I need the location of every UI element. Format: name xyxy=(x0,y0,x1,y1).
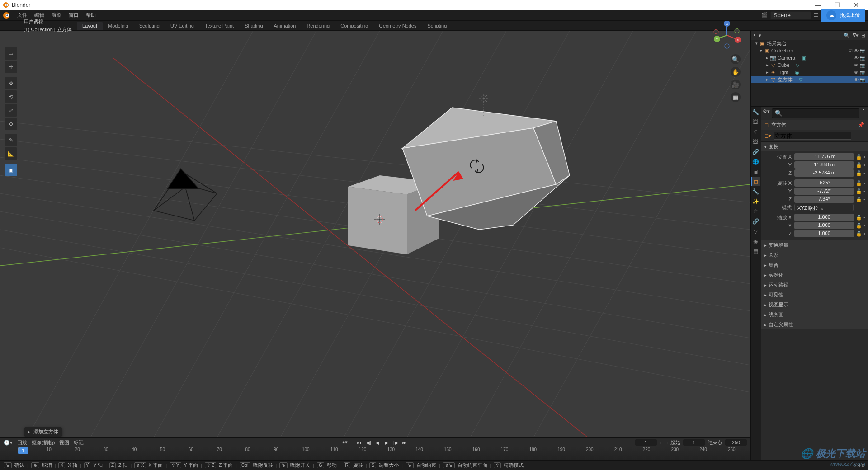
select-box-tool[interactable]: ▭ xyxy=(5,47,17,60)
section-instancing[interactable]: ▸实例化 xyxy=(761,270,868,280)
lock-icon[interactable]: 🔓 xyxy=(856,180,862,186)
scale-x-input[interactable]: 1.000 xyxy=(794,214,854,221)
ptab-collection[interactable]: ▣ xyxy=(751,167,760,176)
autokey-toggle[interactable]: ●▾ xyxy=(342,439,348,446)
section-lineart[interactable]: ▸线条画 xyxy=(761,310,868,320)
lock-icon[interactable]: 🔓 xyxy=(856,188,862,194)
lock-icon[interactable]: 🔓 xyxy=(856,215,862,221)
outliner-item-cube[interactable]: ▸▽ Cube ▽ 👁📷 xyxy=(751,61,868,69)
jump-start-button[interactable]: ⏮ xyxy=(356,439,363,446)
viewlayer-icon[interactable]: ☰ xyxy=(814,12,818,18)
camera-view-button[interactable]: 🎥 xyxy=(731,80,741,89)
menu-file[interactable]: 文件 xyxy=(14,12,31,19)
pan-button[interactable]: ✋ xyxy=(731,67,741,77)
upload-button[interactable]: ☁ 拖拽上传 xyxy=(821,9,865,22)
outliner-scene-collection[interactable]: ▾▣ 场景集合 xyxy=(751,40,868,47)
3d-viewport[interactable] xyxy=(0,31,750,437)
section-custom[interactable]: ▸自定义属性 xyxy=(761,320,868,329)
properties-search-input[interactable] xyxy=(772,108,859,118)
ptab-scene[interactable]: 🔗 xyxy=(751,147,760,156)
ptab-particles[interactable]: ✨ xyxy=(751,197,760,206)
tab-compositing[interactable]: Compositing xyxy=(335,22,373,30)
ptab-render[interactable]: 🖼 xyxy=(751,118,760,127)
section-delta[interactable]: ▸变换增量 xyxy=(761,240,868,250)
range-icon[interactable]: ⊏⊐ xyxy=(660,440,668,446)
lock-icon[interactable]: 🔓 xyxy=(856,197,862,202)
section-visibility[interactable]: ▸可见性 xyxy=(761,290,868,300)
ptab-world[interactable]: 🌐 xyxy=(751,157,760,166)
section-collections[interactable]: ▸集合 xyxy=(761,260,868,270)
tab-layout[interactable]: Layout xyxy=(77,22,103,30)
filter-icon[interactable]: 🔍 xyxy=(844,33,850,38)
ptab-texture[interactable]: ▦ xyxy=(751,247,760,256)
annotate-tool[interactable]: ✎ xyxy=(5,134,17,146)
outliner-collection[interactable]: ▾▣ Collection ☑👁📷 xyxy=(751,47,868,54)
tl-markers[interactable]: 标记 xyxy=(74,439,84,446)
menu-render[interactable]: 渲染 xyxy=(48,12,65,19)
outliner-item-selected[interactable]: ▸▽ 立方体 ▽ 👁📷 xyxy=(751,76,868,83)
ptab-object[interactable]: ◻ xyxy=(751,177,760,186)
measure-tool[interactable]: 📐 xyxy=(5,147,17,160)
current-frame-input[interactable]: 1 xyxy=(635,439,657,446)
ptab-viewlayer[interactable]: 🖼 xyxy=(751,137,760,146)
transform-tool[interactable]: ⊕ xyxy=(5,118,17,130)
location-x-input[interactable]: -11.776 m xyxy=(794,153,854,160)
section-viewport[interactable]: ▸视图显示 xyxy=(761,300,868,310)
ptab-modifiers[interactable]: 🔧 xyxy=(751,187,760,196)
section-relations[interactable]: ▸关系 xyxy=(761,250,868,260)
tab-uvediting[interactable]: UV Editing xyxy=(165,22,199,30)
ptab-output[interactable]: 🖨 xyxy=(751,127,760,136)
tl-playback[interactable]: 回放 xyxy=(17,439,27,446)
play-rev-button[interactable]: ◀ xyxy=(374,439,381,446)
lock-icon[interactable]: 🔓 xyxy=(856,231,862,237)
cursor-tool[interactable]: ✛ xyxy=(5,61,17,73)
editor-type-icon[interactable]: ⚙▾ xyxy=(763,108,770,118)
tab-scripting[interactable]: Scripting xyxy=(422,22,452,30)
object-name-input[interactable] xyxy=(774,132,851,140)
ptab-tool[interactable]: 🔧 xyxy=(751,108,760,117)
tab-sculpting[interactable]: Sculpting xyxy=(134,22,165,30)
new-collection-icon[interactable]: ⊞ xyxy=(861,33,865,38)
section-motion[interactable]: ▸运动路径 xyxy=(761,280,868,290)
tl-keying[interactable]: 抠像(插帧) xyxy=(32,439,55,446)
lock-icon[interactable]: 🔓 xyxy=(856,162,862,168)
ptab-constraints[interactable]: 🔗 xyxy=(751,217,760,226)
add-cube-tool[interactable]: ▣ xyxy=(5,164,17,176)
move-tool[interactable]: ✥ xyxy=(5,77,17,89)
scale-z-input[interactable]: 1.000 xyxy=(794,230,854,237)
ptab-data[interactable]: ▽ xyxy=(751,227,760,236)
timeline-track[interactable]: 1 01020304050607080901001101201301401501… xyxy=(0,447,750,460)
tab-add[interactable]: + xyxy=(452,22,466,30)
perspective-toggle-button[interactable]: ▦ xyxy=(731,92,741,102)
location-z-input[interactable]: -2.5784 m xyxy=(794,169,854,177)
rotation-x-input[interactable]: -525° xyxy=(794,179,854,187)
lock-icon[interactable]: 🔓 xyxy=(856,170,862,176)
rotation-z-input[interactable]: 7.34° xyxy=(794,196,854,203)
play-button[interactable]: ▶ xyxy=(383,439,390,446)
zoom-button[interactable]: 🔍 xyxy=(731,54,741,64)
menu-edit[interactable]: 编辑 xyxy=(31,12,48,19)
rotation-y-input[interactable]: -7.72° xyxy=(794,188,854,195)
navigation-gizmo[interactable]: X Y Z xyxy=(712,21,741,50)
ptab-physics[interactable]: ⚛ xyxy=(751,207,760,216)
funnel-icon[interactable]: ∇▾ xyxy=(853,33,859,38)
ptab-material[interactable]: ◉ xyxy=(751,237,760,246)
timeline-editor-icon[interactable]: 🕑▾ xyxy=(4,440,13,446)
scale-y-input[interactable]: 1.000 xyxy=(794,222,854,229)
outliner-item-light[interactable]: ▸☀ Light ◉ 👁📷 xyxy=(751,69,868,76)
lock-icon[interactable]: 🔓 xyxy=(856,154,862,160)
menu-help[interactable]: 帮助 xyxy=(82,12,99,19)
end-frame-input[interactable]: 250 xyxy=(725,439,747,446)
menu-window[interactable]: 窗口 xyxy=(65,12,82,19)
rotation-mode-select[interactable]: XYZ 欧拉 ⌄ xyxy=(794,204,854,211)
tab-shading[interactable]: Shading xyxy=(239,22,268,30)
rotate-tool[interactable]: ⟲ xyxy=(5,90,17,103)
tab-modeling[interactable]: Modeling xyxy=(103,22,134,30)
tab-geonodes[interactable]: Geometry Nodes xyxy=(373,22,422,30)
jump-end-button[interactable]: ⏭ xyxy=(401,439,408,446)
lock-icon[interactable]: 🔓 xyxy=(856,223,862,229)
redo-panel[interactable]: ▸ 添加立方体 xyxy=(24,427,62,437)
editor-type-icon[interactable]: ≔▾ xyxy=(754,33,761,38)
prev-keyframe-button[interactable]: ◀| xyxy=(365,439,372,446)
tl-view[interactable]: 视图 xyxy=(59,439,69,446)
